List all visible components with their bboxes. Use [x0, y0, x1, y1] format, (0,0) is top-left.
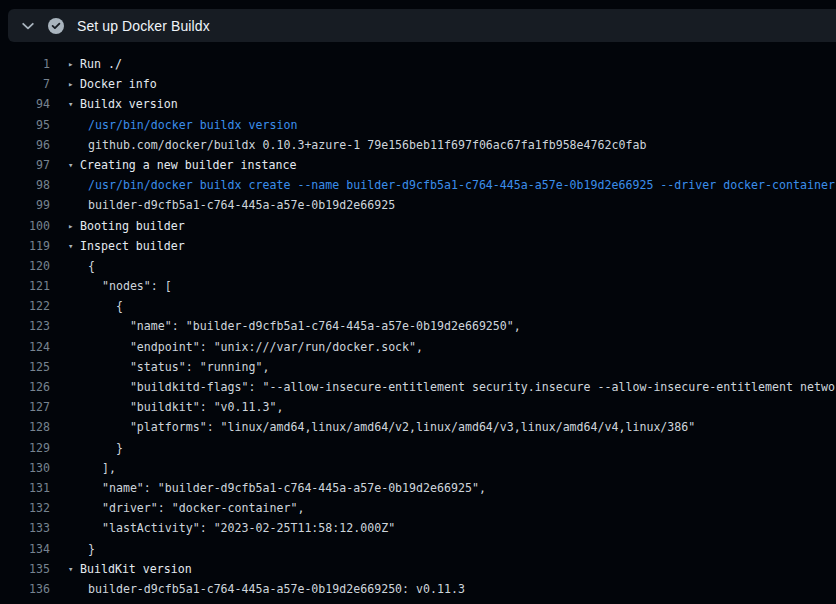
- line-number[interactable]: 128: [0, 417, 50, 437]
- arrow-spacer: [68, 397, 80, 417]
- output-text: "buildkit": "v0.11.3",: [80, 397, 283, 417]
- line-number[interactable]: 119: [0, 236, 50, 256]
- line-number[interactable]: 94: [0, 94, 50, 114]
- line-number[interactable]: 129: [0, 438, 50, 458]
- line-number[interactable]: 127: [0, 397, 50, 417]
- log-line: 132 "driver": "docker-container",: [0, 498, 836, 518]
- log-line: 123 "name": "builder-d9cfb5a1-c764-445a-…: [0, 316, 836, 336]
- log-line: 96github.com/docker/buildx 0.10.3+azure-…: [0, 135, 836, 155]
- log-line: 126 "buildkitd-flags": "--allow-insecure…: [0, 377, 836, 397]
- log-line: 124 "endpoint": "unix:///var/run/docker.…: [0, 337, 836, 357]
- log-line[interactable]: 135▾BuildKit version: [0, 559, 836, 579]
- output-text: }: [80, 438, 123, 458]
- arrow-spacer: [68, 316, 80, 336]
- line-number[interactable]: 96: [0, 135, 50, 155]
- group-collapse-icon[interactable]: ▾: [68, 155, 80, 175]
- line-number[interactable]: 7: [0, 74, 50, 94]
- log-line: 98/usr/bin/docker buildx create --name b…: [0, 175, 836, 195]
- chevron-down-icon[interactable]: [20, 18, 36, 34]
- log-line: 134}: [0, 539, 836, 559]
- output-text: github.com/docker/buildx 0.10.3+azure-1 …: [80, 135, 646, 155]
- group-collapse-icon[interactable]: ▾: [68, 94, 80, 114]
- log-line: 122 {: [0, 296, 836, 316]
- log-line[interactable]: 119▾Inspect builder: [0, 236, 836, 256]
- group-collapse-icon[interactable]: ▾: [68, 559, 80, 579]
- output-text: "platforms": "linux/amd64,linux/amd64/v2…: [80, 417, 695, 437]
- log-line: 127 "buildkit": "v0.11.3",: [0, 397, 836, 417]
- log-line: 95/usr/bin/docker buildx version: [0, 115, 836, 135]
- command-text: /usr/bin/docker buildx create --name bui…: [80, 175, 835, 195]
- line-number[interactable]: 136: [0, 579, 50, 599]
- log-line[interactable]: 7▸Docker info: [0, 74, 836, 94]
- line-number[interactable]: 95: [0, 115, 50, 135]
- check-circle-icon: [48, 18, 64, 34]
- group-collapse-icon[interactable]: ▾: [68, 236, 80, 256]
- arrow-spacer: [68, 498, 80, 518]
- line-number[interactable]: 124: [0, 337, 50, 357]
- line-number[interactable]: 1: [0, 54, 50, 74]
- log-line[interactable]: 94▾Buildx version: [0, 94, 836, 114]
- line-number[interactable]: 123: [0, 316, 50, 336]
- output-text: {: [80, 256, 95, 276]
- arrow-spacer: [68, 115, 80, 135]
- arrow-spacer: [68, 579, 80, 599]
- line-number[interactable]: 125: [0, 357, 50, 377]
- line-number[interactable]: 131: [0, 478, 50, 498]
- line-number[interactable]: 135: [0, 559, 50, 579]
- line-number[interactable]: 120: [0, 256, 50, 276]
- step-title: Set up Docker Buildx: [77, 18, 210, 34]
- log-line: 136builder-d9cfb5a1-c764-445a-a57e-0b19d…: [0, 579, 836, 599]
- line-number[interactable]: 122: [0, 296, 50, 316]
- line-number[interactable]: 97: [0, 155, 50, 175]
- log-line: 131 "name": "builder-d9cfb5a1-c764-445a-…: [0, 478, 836, 498]
- arrow-spacer: [68, 438, 80, 458]
- line-number[interactable]: 134: [0, 539, 50, 559]
- log-line: 128 "platforms": "linux/amd64,linux/amd6…: [0, 417, 836, 437]
- log-line: 130 ],: [0, 458, 836, 478]
- arrow-spacer: [68, 276, 80, 296]
- line-number[interactable]: 132: [0, 498, 50, 518]
- line-number[interactable]: 126: [0, 377, 50, 397]
- group-title: Buildx version: [80, 94, 178, 114]
- group-expand-icon[interactable]: ▸: [68, 74, 80, 94]
- group-title: Run ./: [80, 54, 122, 74]
- log-line: 125 "status": "running",: [0, 357, 836, 377]
- arrow-spacer: [68, 417, 80, 437]
- output-text: "buildkitd-flags": "--allow-insecure-ent…: [80, 377, 836, 397]
- group-title: BuildKit version: [80, 559, 192, 579]
- log-line: 99builder-d9cfb5a1-c764-445a-a57e-0b19d2…: [0, 195, 836, 215]
- line-number[interactable]: 121: [0, 276, 50, 296]
- arrow-spacer: [68, 518, 80, 538]
- log-line[interactable]: 1▸Run ./: [0, 54, 836, 74]
- arrow-spacer: [68, 357, 80, 377]
- output-text: "nodes": [: [80, 276, 172, 296]
- line-number[interactable]: 130: [0, 458, 50, 478]
- output-text: "driver": "docker-container",: [80, 498, 304, 518]
- arrow-spacer: [68, 296, 80, 316]
- line-number[interactable]: 133: [0, 518, 50, 538]
- arrow-spacer: [68, 539, 80, 559]
- line-number[interactable]: 100: [0, 216, 50, 236]
- log-line[interactable]: 100▸Booting builder: [0, 216, 836, 236]
- command-text: /usr/bin/docker buildx version: [80, 115, 297, 135]
- line-number[interactable]: 99: [0, 195, 50, 215]
- arrow-spacer: [68, 478, 80, 498]
- log-line: 121 "nodes": [: [0, 276, 836, 296]
- log-viewer: 1▸Run ./7▸Docker info94▾Buildx version95…: [0, 42, 836, 599]
- log-line: 133 "lastActivity": "2023-02-25T11:58:12…: [0, 518, 836, 538]
- arrow-spacer: [68, 458, 80, 478]
- output-text: "status": "running",: [80, 357, 269, 377]
- output-text: ],: [80, 458, 116, 478]
- step-header[interactable]: Set up Docker Buildx: [8, 9, 836, 42]
- arrow-spacer: [68, 195, 80, 215]
- log-line: 129 }: [0, 438, 836, 458]
- output-text: {: [80, 296, 123, 316]
- output-text: builder-d9cfb5a1-c764-445a-a57e-0b19d2e6…: [80, 195, 395, 215]
- line-number[interactable]: 98: [0, 175, 50, 195]
- log-line[interactable]: 97▾Creating a new builder instance: [0, 155, 836, 175]
- output-text: builder-d9cfb5a1-c764-445a-a57e-0b19d2e6…: [80, 579, 465, 599]
- group-expand-icon[interactable]: ▸: [68, 216, 80, 236]
- arrow-spacer: [68, 135, 80, 155]
- group-expand-icon[interactable]: ▸: [68, 54, 80, 74]
- log-line: 120{: [0, 256, 836, 276]
